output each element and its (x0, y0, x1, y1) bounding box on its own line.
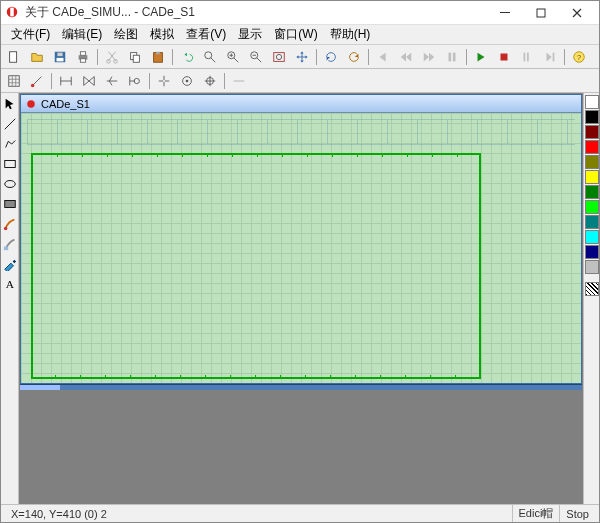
refresh-icon[interactable] (320, 47, 342, 67)
brush-tool-icon[interactable] (2, 215, 18, 233)
play-back-icon[interactable] (395, 47, 417, 67)
filled-rect-tool-icon[interactable] (2, 195, 18, 213)
menu-file[interactable]: 文件(F) (5, 24, 56, 45)
svg-point-34 (186, 79, 189, 82)
step-fwd-icon[interactable] (418, 47, 440, 67)
line-tool-icon[interactable] (2, 115, 18, 133)
crosshair-icon[interactable] (153, 71, 175, 91)
minimize-button[interactable] (487, 1, 523, 25)
step-back-icon[interactable] (372, 47, 394, 67)
zoom-fit-icon[interactable] (268, 47, 290, 67)
menu-bar: 文件(F) 编辑(E) 绘图 模拟 查看(V) 显示 窗口(W) 帮助(H) (1, 25, 599, 45)
separator (224, 73, 225, 89)
menu-edit[interactable]: 编辑(E) (56, 24, 108, 45)
color-swatch-olive[interactable] (585, 155, 599, 169)
snap-object-icon[interactable] (26, 71, 48, 91)
mdi-child-window[interactable]: CADe_S1 (20, 94, 582, 384)
rotate-icon[interactable] (343, 47, 365, 67)
svg-rect-27 (553, 52, 555, 61)
target-icon[interactable] (199, 71, 221, 91)
text-tool-icon[interactable]: A (2, 275, 18, 293)
layers-icon[interactable] (124, 71, 146, 91)
svg-point-17 (205, 51, 212, 58)
separator (564, 49, 565, 65)
loop-icon[interactable] (539, 47, 561, 67)
pan-icon[interactable] (291, 47, 313, 67)
midpoint-icon[interactable] (78, 71, 100, 91)
open-icon[interactable] (26, 47, 48, 67)
separator (368, 49, 369, 65)
color-swatch-green[interactable] (585, 185, 599, 199)
ortho-icon[interactable] (101, 71, 123, 91)
toolbar-main: ? (1, 45, 599, 69)
svg-rect-10 (80, 58, 85, 62)
print-icon[interactable] (72, 47, 94, 67)
close-button[interactable] (559, 1, 595, 25)
mdi-child-title: CADe_S1 (41, 98, 90, 110)
help-icon[interactable]: ? (568, 47, 590, 67)
menu-view[interactable]: 查看(V) (180, 24, 232, 45)
new-icon[interactable] (3, 47, 25, 67)
snap-grid-icon[interactable] (3, 71, 25, 91)
endpoint-icon[interactable] (55, 71, 77, 91)
blank-tool-1[interactable] (228, 71, 250, 91)
pointer-tool-icon[interactable] (2, 95, 18, 113)
svg-rect-2 (500, 12, 510, 13)
svg-point-38 (4, 181, 15, 188)
menu-help[interactable]: 帮助(H) (324, 24, 377, 45)
copy-icon[interactable] (124, 47, 146, 67)
svg-rect-39 (4, 201, 15, 208)
run-icon[interactable] (470, 47, 492, 67)
top-rule-band (27, 119, 575, 145)
menu-display[interactable]: 显示 (232, 24, 268, 45)
stop-icon[interactable] (493, 47, 515, 67)
color-swatch-red[interactable] (585, 140, 599, 154)
color-swatch-silver[interactable] (585, 260, 599, 274)
ellipse-tool-icon[interactable] (2, 175, 18, 193)
polygon-tool-icon[interactable] (2, 135, 18, 153)
maximize-button[interactable] (523, 1, 559, 25)
pause-icon[interactable] (441, 47, 463, 67)
cut-icon[interactable] (101, 47, 123, 67)
mdi-child-titlebar[interactable]: CADe_S1 (21, 95, 581, 113)
svg-rect-1 (10, 7, 14, 16)
svg-point-31 (31, 83, 35, 87)
color-swatch-maroon[interactable] (585, 125, 599, 139)
color-swatch-lime[interactable] (585, 200, 599, 214)
drawing-canvas[interactable] (21, 113, 581, 383)
zoom-in-icon[interactable] (222, 47, 244, 67)
svg-rect-6 (57, 57, 64, 61)
color-swatch-black[interactable] (585, 110, 599, 124)
save-icon[interactable] (49, 47, 71, 67)
svg-rect-9 (80, 51, 85, 55)
picker-tool-icon[interactable] (2, 255, 18, 273)
color-swatch-white[interactable] (585, 95, 599, 109)
separator (316, 49, 317, 65)
svg-rect-30 (9, 75, 20, 86)
paste-icon[interactable] (147, 47, 169, 67)
color-swatch-cyan[interactable] (585, 230, 599, 244)
color-swatch-navy[interactable] (585, 245, 599, 259)
separator (51, 73, 52, 89)
color-swatch-teal[interactable] (585, 215, 599, 229)
step-end-icon[interactable] (516, 47, 538, 67)
status-state: Stop (559, 505, 595, 522)
undo-icon[interactable] (176, 47, 198, 67)
origin-icon[interactable] (176, 71, 198, 91)
separator (149, 73, 150, 89)
mdi-empty-area (20, 390, 582, 503)
zoom-out-icon[interactable] (245, 47, 267, 67)
eraser-tool-icon[interactable] (2, 235, 18, 253)
rect-tool-icon[interactable] (2, 155, 18, 173)
find-icon[interactable] (199, 47, 221, 67)
hatched-swatch[interactable] (585, 282, 599, 296)
menu-window[interactable]: 窗口(W) (268, 24, 323, 45)
svg-rect-25 (524, 52, 526, 61)
svg-rect-7 (57, 52, 62, 56)
svg-rect-4 (10, 51, 17, 62)
menu-draw[interactable]: 绘图 (108, 24, 144, 45)
color-swatch-yellow[interactable] (585, 170, 599, 184)
menu-sim[interactable]: 模拟 (144, 24, 180, 45)
svg-rect-16 (156, 51, 160, 54)
sheet-border (31, 153, 481, 379)
